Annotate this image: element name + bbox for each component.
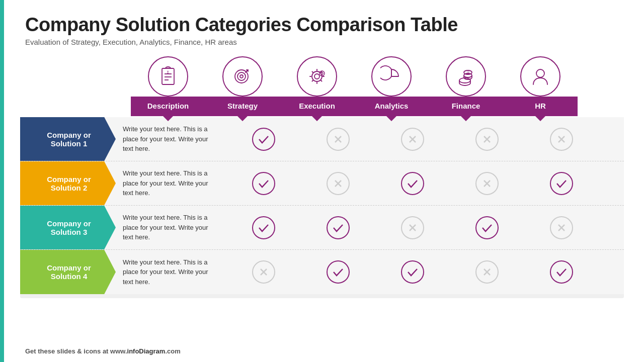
check-2-execution <box>301 161 375 205</box>
checkmark-icon <box>480 221 494 234</box>
check-3-execution <box>301 206 375 249</box>
check-4-strategy <box>226 250 301 294</box>
page-subtitle: Evaluation of Strategy, Execution, Analy… <box>25 38 619 46</box>
icons-row: Σ <box>131 56 624 97</box>
table-row: Company orSolution 2 Write your text her… <box>20 161 624 206</box>
category-execution: Execution <box>280 97 354 116</box>
svg-point-9 <box>312 71 322 81</box>
checkmark-icon <box>555 177 568 190</box>
check-1-strategy <box>226 117 301 161</box>
check-1-analytics <box>375 117 450 161</box>
category-finance: Finance <box>429 97 503 116</box>
description-4: Write your text here. This is a place fo… <box>116 250 226 294</box>
x-icon <box>480 265 494 279</box>
icon-analytics <box>354 56 429 97</box>
check-4-hr <box>524 250 599 294</box>
icon-execution <box>280 56 354 97</box>
icon-description: Σ <box>131 56 205 97</box>
table-row: Company orSolution 1 Write your text her… <box>20 117 624 161</box>
check-2-hr <box>524 161 599 205</box>
category-analytics: Analytics <box>354 97 429 116</box>
check-3-finance <box>450 206 524 249</box>
x-icon <box>480 177 494 190</box>
svg-text:①: ① <box>467 71 469 74</box>
footer: Get these slides & icons at www.infoDiag… <box>25 347 181 355</box>
checkmark-icon <box>257 133 270 146</box>
row-label-3: Company orSolution 3 <box>20 206 116 249</box>
x-icon <box>332 133 345 146</box>
row-label-2: Company orSolution 2 <box>20 161 116 205</box>
checkmark-icon <box>555 265 568 279</box>
icon-strategy <box>205 56 280 97</box>
row-label-4: Company orSolution 4 <box>20 250 116 294</box>
check-2-finance <box>450 161 524 205</box>
check-4-execution <box>301 250 375 294</box>
category-description: Description <box>131 97 205 116</box>
target-icon <box>231 65 254 87</box>
check-1-finance <box>450 117 524 161</box>
x-icon <box>480 133 494 146</box>
x-icon <box>406 133 419 146</box>
check-3-hr <box>524 206 599 249</box>
x-icon <box>555 133 568 146</box>
x-icon <box>257 265 270 279</box>
checkmark-icon <box>257 221 270 234</box>
svg-point-11 <box>321 72 323 74</box>
brand-name: infoDiagram <box>127 347 166 355</box>
checkmark-icon <box>332 221 345 234</box>
check-4-finance <box>450 250 524 294</box>
table-row: Company orSolution 4 Write your text her… <box>20 250 624 294</box>
footer-text: Get these slides & icons at www.infoDiag… <box>25 347 181 355</box>
checkmark-icon <box>406 177 419 190</box>
table-row: Company orSolution 3 Write your text her… <box>20 206 624 250</box>
clipboard-icon: Σ <box>157 65 179 87</box>
gear-icon <box>306 65 328 87</box>
check-1-hr <box>524 117 599 161</box>
icon-hr <box>503 56 578 97</box>
row-label-1: Company orSolution 1 <box>20 117 116 161</box>
coins-icon: ① <box>455 65 477 87</box>
svg-point-6 <box>237 72 246 80</box>
svg-point-8 <box>314 74 319 79</box>
pie-chart-icon <box>380 65 403 87</box>
check-3-analytics <box>375 206 450 249</box>
check-4-analytics <box>375 250 450 294</box>
x-icon <box>332 177 345 190</box>
checkmark-icon <box>406 265 419 279</box>
checkmark-icon <box>257 177 270 190</box>
category-strategy: Strategy <box>205 97 280 116</box>
page-title: Company Solution Categories Comparison T… <box>25 14 619 36</box>
table-header: Description Strategy Execution Analytics… <box>131 97 624 116</box>
table-body: Company orSolution 1 Write your text her… <box>20 117 624 298</box>
check-3-strategy <box>226 206 301 249</box>
description-1: Write your text here. This is a place fo… <box>116 117 226 161</box>
left-accent <box>0 0 4 362</box>
main-content: Σ <box>0 56 644 298</box>
category-hr: HR <box>503 97 578 116</box>
checkmark-icon <box>332 265 345 279</box>
check-2-analytics <box>375 161 450 205</box>
svg-point-7 <box>240 75 243 78</box>
description-2: Write your text here. This is a place fo… <box>116 161 226 205</box>
description-3: Write your text here. This is a place fo… <box>116 206 226 249</box>
x-icon <box>406 221 419 234</box>
person-icon <box>529 65 551 87</box>
check-1-execution <box>301 117 375 161</box>
svg-point-18 <box>536 69 544 77</box>
x-icon <box>555 221 568 234</box>
check-2-strategy <box>226 161 301 205</box>
svg-text:Σ: Σ <box>167 70 170 74</box>
icon-finance: ① <box>429 56 503 97</box>
header: Company Solution Categories Comparison T… <box>0 0 644 51</box>
